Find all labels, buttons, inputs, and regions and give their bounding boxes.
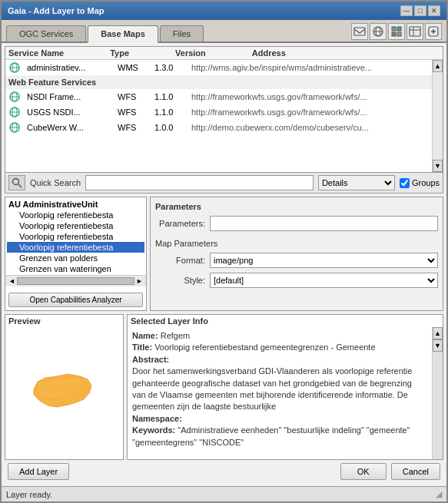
layer-info-title: Selected Layer Info <box>128 315 443 327</box>
style-select[interactable]: [default] <box>210 273 438 288</box>
services-list: administratiev... WMS 1.3.0 http://wms.a… <box>5 60 432 172</box>
tab-base-maps[interactable]: Base Maps <box>88 25 158 43</box>
layer-tree: AU AdministrativeUnit Voorlopig referent… <box>5 197 147 311</box>
service-row-usgs[interactable]: USGS NSDI... WFS 1.1.0 http://frameworkw… <box>5 104 432 120</box>
tree-item-1[interactable]: Voorlopig referentiebesta <box>7 220 144 231</box>
wms-type: WMS <box>118 63 148 72</box>
col-version: Version <box>175 48 206 58</box>
map-params-title: Map Parameters <box>155 239 217 248</box>
tab-bar: OGC Services Base Maps Files <box>2 20 446 43</box>
preview-title: Preview <box>5 315 123 327</box>
minimize-button[interactable]: — <box>400 5 413 16</box>
groups-checkbox[interactable] <box>400 178 410 188</box>
col-address: Address <box>252 48 286 58</box>
tree-scroll-right[interactable]: ► <box>134 277 144 285</box>
svg-rect-4 <box>392 27 396 31</box>
map-preview-svg <box>18 347 111 439</box>
close-button[interactable]: ✕ <box>428 5 440 16</box>
search-input[interactable] <box>85 175 314 190</box>
services-header: Service Name Type Version Address <box>5 47 443 60</box>
maximize-button[interactable]: □ <box>414 5 426 16</box>
nsdi-type: WFS <box>118 92 148 101</box>
tree-item-5[interactable]: Grenzen van wateringen <box>7 263 144 274</box>
toolbar-icon-5[interactable] <box>425 23 442 40</box>
content-area: Service Name Type Version Address admini… <box>2 43 446 486</box>
toolbar-icon-3[interactable] <box>388 23 405 40</box>
toolbar-icon-2[interactable] <box>370 23 387 40</box>
info-keywords-row: Keywords: "Administratieve eenheden" "be… <box>132 425 427 448</box>
cube-name: CubeWerx W... <box>27 123 111 132</box>
style-row: Style: [default] <box>155 273 438 288</box>
toolbar-icon-1[interactable] <box>351 23 368 40</box>
toolbar-icon-4[interactable] <box>407 23 423 40</box>
ok-button[interactable]: OK <box>340 463 387 480</box>
format-select[interactable]: image/png image/jpeg image/gif <box>210 253 438 268</box>
tab-files[interactable]: Files <box>160 25 204 41</box>
params-row: Parameters: <box>155 216 438 231</box>
svg-rect-0 <box>354 28 365 35</box>
svg-line-27 <box>18 184 22 188</box>
service-row-nsdi[interactable]: NSDI Frame... WFS 1.1.0 http://framework… <box>5 89 432 104</box>
status-resize-handle: ◢ <box>436 489 442 499</box>
search-icon-button[interactable] <box>8 175 25 190</box>
svg-rect-7 <box>397 32 401 36</box>
wfs-icon-1 <box>8 91 21 103</box>
layer-info-content: Name: Refgem Title: Voorlopig referentie… <box>128 327 432 459</box>
status-bar: Layer ready. ◢ <box>2 486 446 501</box>
add-layer-button[interactable]: Add Layer <box>8 463 69 480</box>
wms-version: 1.3.0 <box>154 63 185 72</box>
tree-item-2[interactable]: Voorlopig referentiebesta <box>7 231 144 242</box>
params-label: Parameters: <box>155 219 205 228</box>
usgs-name: USGS NSDI... <box>27 108 111 117</box>
groups-label: Groups <box>412 178 440 187</box>
search-bar: Quick Search Details Summary Full Groups <box>5 173 443 194</box>
preview-image <box>5 327 123 459</box>
cancel-button[interactable]: Cancel <box>391 463 440 480</box>
wms-icon <box>8 61 21 74</box>
nsdi-name: NSDI Frame... <box>27 92 111 101</box>
wms-address: http://wms.agiv.be/inspire/wms/administr… <box>191 63 429 72</box>
params-panel: Parameters Parameters: Map Parameters Fo… <box>150 197 443 311</box>
tree-item-4[interactable]: Grenzen van polders <box>7 253 144 263</box>
format-label: Format: <box>155 256 205 265</box>
params-input[interactable] <box>210 216 438 231</box>
info-scrollbar[interactable]: ▲ ▼ <box>432 327 443 459</box>
info-namespace-row: Namespace: <box>132 413 427 425</box>
window-title: Gaia - Add Layer to Map <box>8 6 105 15</box>
svg-rect-8 <box>410 27 420 36</box>
tab-ogc-services[interactable]: OGC Services <box>6 25 86 41</box>
info-content-wrap: Name: Refgem Title: Voorlopig referentie… <box>128 327 443 459</box>
usgs-type: WFS <box>118 108 148 117</box>
usgs-address: http://frameworkwfs.usgs.gov/framework/w… <box>191 108 429 117</box>
service-row-cube[interactable]: CubeWerx W... WFS 1.0.0 http://demo.cube… <box>5 120 432 135</box>
services-scrollbar[interactable]: ▲ ▼ <box>432 60 443 172</box>
groups-checkbox-group: Groups <box>400 178 440 188</box>
svg-rect-6 <box>392 32 396 36</box>
ok-cancel-group: OK Cancel <box>340 463 440 480</box>
wms-name: administratiev... <box>27 63 111 72</box>
bottom-section: Preview Selected Layer Info Name: Refgem <box>5 314 443 460</box>
services-panel: Service Name Type Version Address admini… <box>5 46 443 173</box>
cube-address: http://demo.cubewerx.com/demo/cubeserv/c… <box>191 123 429 132</box>
tree-scroll-thumb[interactable] <box>17 277 134 285</box>
details-select[interactable]: Details Summary Full <box>318 175 395 190</box>
middle-panel: AU AdministrativeUnit Voorlopig referent… <box>5 197 443 311</box>
tree-scroll-left[interactable]: ◄ <box>7 277 17 285</box>
open-capabilities-button[interactable]: Open Capabilities Analyzer <box>8 293 143 307</box>
wfs-icon-3 <box>8 121 21 134</box>
service-row-wms[interactable]: administratiev... WMS 1.3.0 http://wms.a… <box>5 60 432 75</box>
tree-item-0[interactable]: Voorlopig referentiebesta <box>7 210 144 220</box>
nsdi-version: 1.1.0 <box>154 92 185 101</box>
tree-root[interactable]: AU AdministrativeUnit <box>7 199 144 210</box>
cube-version: 1.0.0 <box>154 123 185 132</box>
bottom-buttons: Add Layer OK Cancel <box>5 460 443 483</box>
info-abstract-label: Abstract: <box>132 354 427 366</box>
nsdi-address: http://frameworkwfs.usgs.gov/framework/w… <box>191 92 429 101</box>
col-type: Type <box>110 48 129 58</box>
wfs-icon-2 <box>8 106 21 118</box>
params-section-title: Parameters <box>155 202 438 211</box>
tree-item-3[interactable]: Voorlopig referentiebesta <box>7 242 144 253</box>
wfs-section-label: Web Feature Services <box>5 75 432 89</box>
style-label: Style: <box>155 276 205 285</box>
info-title-row: Title: Voorlopig referentiebestand gemee… <box>132 342 427 353</box>
